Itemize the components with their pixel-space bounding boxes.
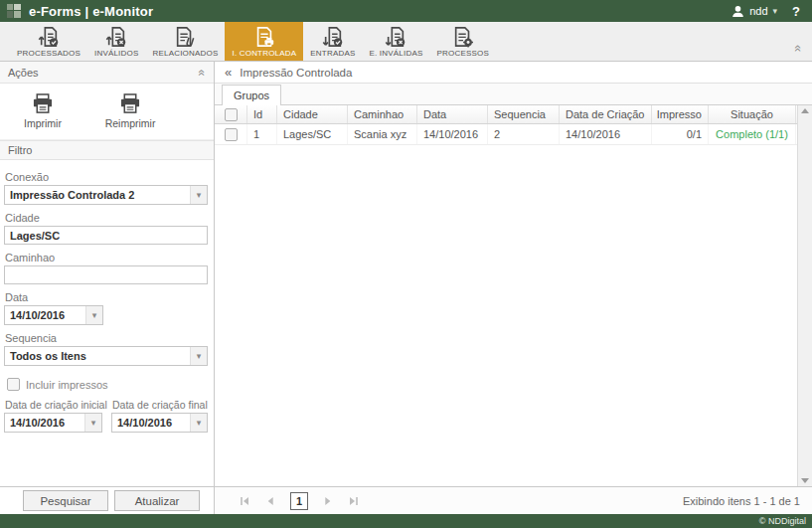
doc-upload-check-icon <box>38 25 60 48</box>
cidade-input[interactable]: Lages/SC <box>4 226 208 245</box>
tab-label: RELACIONADOS <box>152 49 218 58</box>
tab-grupos[interactable]: Grupos <box>222 85 281 105</box>
col-data[interactable]: Data <box>417 105 488 123</box>
criacao-inicial-select[interactable]: 14/10/2016 ▾ <box>4 413 102 433</box>
app-title: e-Forms | e-Monitor <box>29 4 153 19</box>
chevron-down-icon[interactable]: ▾ <box>85 306 102 324</box>
doc-paperclip-icon <box>174 25 196 48</box>
tab-i-controlada[interactable]: I. CONTROLADA <box>225 22 303 61</box>
printer-icon <box>118 93 142 114</box>
app-window: e-Forms | e-Monitor ndd ▾ ? PROCESSADOS <box>0 0 812 528</box>
pesquisar-button[interactable]: Pesquisar <box>23 490 108 511</box>
last-page-button[interactable] <box>348 495 360 507</box>
first-page-button[interactable] <box>239 495 250 507</box>
collapse-sidebar-icon[interactable]: « <box>225 65 232 80</box>
toolbar: PROCESSADOS INVÁLIDOS RELACIONADOS I. CO… <box>0 22 812 62</box>
cell-situacao: Completo (1/1) <box>709 124 796 144</box>
current-page[interactable]: 1 <box>290 492 308 510</box>
row-checkbox-cell <box>215 124 247 144</box>
actions-panel-header: Ações « <box>0 62 214 84</box>
filter-form: Conexão Impressão Controlada 2 ▾ Cidade … <box>0 160 214 486</box>
tab-e-invalidas[interactable]: E. INVÁLIDAS <box>362 22 429 61</box>
scroll-up-icon[interactable] <box>801 108 809 113</box>
data-select[interactable]: 14/10/2016 ▾ <box>4 305 103 325</box>
doc-gear-icon <box>452 25 474 48</box>
criacao-final-value: 14/10/2016 <box>112 417 190 429</box>
help-button[interactable]: ? <box>792 4 800 19</box>
filtro-title: Filtro <box>8 144 32 156</box>
caminhao-label: Caminhao <box>5 252 208 264</box>
reimprimir-button[interactable]: Reimprimir <box>99 93 161 129</box>
cell-data-criacao: 14/10/2016 <box>560 124 652 144</box>
col-cidade[interactable]: Cidade <box>277 105 348 123</box>
imprimir-button[interactable]: Imprimir <box>12 93 74 129</box>
col-impresso[interactable]: Impresso <box>652 105 709 123</box>
tab-label: I. CONTROLADA <box>232 49 296 58</box>
tab-label: INVÁLIDOS <box>94 49 138 58</box>
tab-processos[interactable]: PROCESSOS <box>429 22 495 61</box>
pagination-bar: 1 Exibindo itens 1 - 1 de 1 <box>215 486 812 514</box>
imprimir-label: Imprimir <box>24 117 62 129</box>
chevron-down-icon[interactable]: ▾ <box>190 347 207 365</box>
sequencia-select[interactable]: Todos os Itens ▾ <box>4 346 208 366</box>
vertical-scrollbar[interactable] <box>797 105 812 486</box>
breadcrumb: « Impressão Controlada <box>215 62 812 84</box>
tab-entradas[interactable]: ENTRADAS <box>303 22 362 61</box>
caminhao-input[interactable] <box>4 265 208 284</box>
title-bar: e-Forms | e-Monitor ndd ▾ ? <box>0 0 812 22</box>
filtro-panel-header: Filtro <box>0 140 214 160</box>
toolbar-tabs: PROCESSADOS INVÁLIDOS RELACIONADOS I. CO… <box>10 22 496 61</box>
tab-invalidos[interactable]: INVÁLIDOS <box>87 22 145 61</box>
tab-label: ENTRADAS <box>310 49 355 58</box>
tab-processados[interactable]: PROCESSADOS <box>10 22 87 61</box>
app-footer: © NDDigital <box>0 514 812 528</box>
col-data-criacao[interactable]: Data de Criação <box>560 105 652 123</box>
actions-collapse-icon[interactable]: « <box>197 69 209 76</box>
cidade-label: Cidade <box>5 212 208 224</box>
user-menu[interactable]: ndd ▾ <box>731 5 777 18</box>
prev-page-button[interactable] <box>264 495 276 507</box>
conexao-select[interactable]: Impressão Controlada 2 ▾ <box>4 185 208 205</box>
col-caminhao[interactable]: Caminhao <box>348 105 417 123</box>
chevron-down-icon[interactable]: ▾ <box>190 186 207 204</box>
cell-id: 1 <box>247 124 277 144</box>
next-page-button[interactable] <box>322 495 334 507</box>
doc-printer-icon <box>253 25 275 48</box>
data-value: 14/10/2016 <box>5 309 85 321</box>
col-id[interactable]: Id <box>247 105 277 123</box>
reimprimir-label: Reimprimir <box>105 117 156 129</box>
sidebar: Ações « Imprimir Reimprimir Filtro Conex… <box>0 62 215 514</box>
cell-caminhao: Scania xyz <box>348 124 417 144</box>
pagination-status: Exibindo itens 1 - 1 de 1 <box>683 495 800 507</box>
printer-icon <box>31 93 55 114</box>
scroll-down-icon[interactable] <box>801 478 809 483</box>
cell-impresso: 0/1 <box>652 124 709 144</box>
data-label: Data <box>5 291 208 303</box>
chevron-down-icon: ▾ <box>773 6 778 16</box>
tab-label: PROCESSADOS <box>17 49 81 58</box>
row-checkbox[interactable] <box>225 128 238 141</box>
table-row[interactable]: 1 Lages/SC Scania xyz 14/10/2016 2 14/10… <box>215 124 797 145</box>
chevron-down-icon[interactable]: ▾ <box>84 414 101 432</box>
atualizar-button[interactable]: Atualizar <box>114 490 200 511</box>
criacao-final-select[interactable]: 14/10/2016 ▾ <box>111 413 208 433</box>
cell-cidade: Lages/SC <box>277 124 348 144</box>
toolbar-collapse-icon[interactable]: « <box>792 45 805 52</box>
doc-download-check-icon <box>322 25 344 48</box>
select-all-checkbox[interactable] <box>225 108 238 121</box>
conexao-value: Impressão Controlada 2 <box>5 189 190 201</box>
tab-label: E. INVÁLIDAS <box>369 49 422 58</box>
copyright: © NDDigital <box>759 516 806 526</box>
main-pane: « Impressão Controlada Grupos Id Cidade … <box>215 62 812 514</box>
criacao-inicial-value: 14/10/2016 <box>5 417 84 429</box>
incluir-impressos-label: Incluir impressos <box>26 379 108 391</box>
sequencia-label: Sequencia <box>5 332 208 344</box>
grid-area: Id Cidade Caminhao Data Sequencia Data d… <box>215 105 812 486</box>
col-situacao[interactable]: Situação <box>709 105 796 123</box>
doc-download-x-icon <box>385 25 406 48</box>
col-sequencia[interactable]: Sequencia <box>488 105 560 123</box>
content-tabstrip: Grupos <box>215 84 812 105</box>
chevron-down-icon[interactable]: ▾ <box>190 414 207 432</box>
incluir-impressos-checkbox[interactable] <box>7 378 20 391</box>
tab-relacionados[interactable]: RELACIONADOS <box>145 22 225 61</box>
